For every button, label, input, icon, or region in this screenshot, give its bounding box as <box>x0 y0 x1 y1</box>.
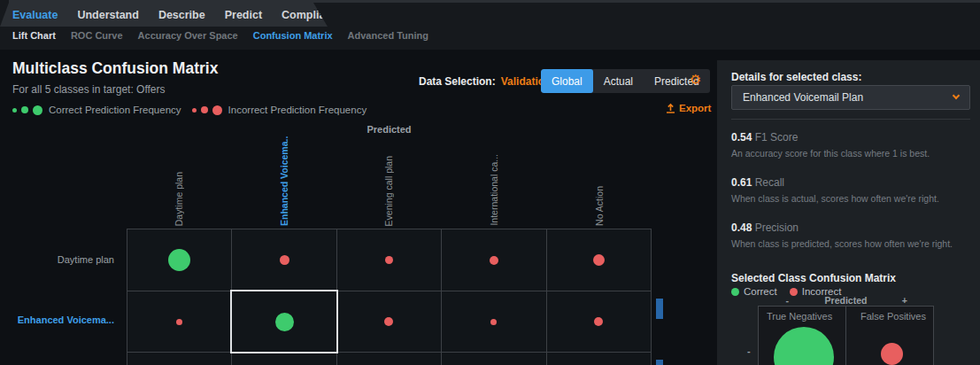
column-label-cell: Evening call plan <box>336 136 442 226</box>
metric-name: Recall <box>752 176 784 189</box>
matrix-cell-r2-c2[interactable] <box>337 353 441 365</box>
metric-f1-score: 0.54 F1 ScoreAn accuracy score for this … <box>731 131 972 159</box>
main-content: Multiclass Confusion Matrix For all 5 cl… <box>0 50 717 365</box>
correct-dot-icon <box>21 106 28 113</box>
nav-tab-evaluate[interactable]: Evaluate <box>12 9 58 21</box>
matrix-cell-r2-c1[interactable] <box>232 353 336 365</box>
incorrect-frequency-bubble <box>280 255 289 265</box>
metric-description: An accuracy score for this class where 1… <box>731 148 972 159</box>
scm-cell-false-positives[interactable]: False Positives <box>846 307 933 365</box>
matrix-cell-r0-c3[interactable] <box>442 229 545 291</box>
column-label-cell: Daytime plan <box>127 136 232 226</box>
row-frequency-bar-1 <box>656 360 663 365</box>
class-select-dropdown[interactable]: Enhanced Voicemail Plan <box>731 85 970 110</box>
column-label-international-ca[interactable]: International ca... <box>489 154 499 226</box>
matrix-column-labels: Daytime planEnhanced Voicema...Evening c… <box>127 136 652 226</box>
incorrect-dot-icon <box>201 106 208 113</box>
confusion-matrix-grid <box>127 229 652 365</box>
row-label-daytime-plan[interactable]: Daytime plan <box>0 229 121 290</box>
matrix-cell-r2-c0[interactable] <box>127 353 231 365</box>
subtab-advanced-tuning[interactable]: Advanced Tuning <box>348 30 428 41</box>
matrix-cell-r1-c2[interactable] <box>337 291 441 352</box>
incorrect-frequency-bubble <box>593 254 605 266</box>
incorrect-frequency-bubble <box>384 317 393 326</box>
column-label-enhanced-voicema[interactable]: Enhanced Voicema... <box>279 137 289 226</box>
selected-class-matrix-axis: - Predicted + <box>758 295 934 306</box>
metric-value: 0.54 <box>731 131 752 144</box>
export-label: Export <box>679 103 711 113</box>
column-label-cell: Enhanced Voicema... <box>232 136 337 226</box>
incorrect-frequency-bubble <box>490 319 497 325</box>
axis-plus: + <box>876 295 934 306</box>
gear-icon[interactable]: ⚙ <box>690 72 701 88</box>
incorrect-dot-icon <box>212 105 222 115</box>
matrix-cell-r0-c4[interactable] <box>547 229 651 291</box>
legend: Correct Prediction Frequency Incorrect P… <box>12 104 367 116</box>
export-button[interactable]: Export <box>666 103 711 113</box>
segment-global[interactable]: Global <box>541 69 593 93</box>
subtab-roc-curve[interactable]: ROC Curve <box>71 30 123 41</box>
divider <box>731 119 970 120</box>
incorrect-frequency-bubble <box>176 319 182 325</box>
metric-value-line: 0.48 Precision <box>731 221 972 234</box>
matrix-cell-r0-c0[interactable] <box>127 229 231 291</box>
row-label-partial <box>0 350 121 365</box>
segment-actual[interactable]: Actual <box>593 69 644 93</box>
details-panel: Details for selected class: Enhanced Voi… <box>717 60 980 365</box>
nav-tab-predict[interactable]: Predict <box>225 9 262 21</box>
matrix-cell-r0-c1[interactable] <box>232 229 336 291</box>
metric-value-line: 0.54 F1 Score <box>731 131 972 144</box>
correct-frequency-bubble <box>168 249 190 271</box>
matrix-cell-r1-c1[interactable] <box>232 291 336 352</box>
column-label-daytime-plan[interactable]: Daytime plan <box>174 172 184 226</box>
matrix-cell-r0-c2[interactable] <box>337 229 441 291</box>
export-icon <box>666 103 675 113</box>
page-title: Multiclass Confusion Matrix <box>12 59 218 78</box>
axis-predicted-label: Predicted <box>816 295 875 306</box>
metric-recall: 0.61 RecallWhen class is actual, scores … <box>731 176 972 204</box>
column-label-cell: International ca... <box>442 136 547 226</box>
column-label-cell: No Action <box>546 136 652 226</box>
incorrect-dot-icon <box>192 108 197 113</box>
incorrect-frequency-bubble <box>490 256 498 265</box>
metric-description: When class is actual, scores how often w… <box>731 193 972 204</box>
axis-row-minus: - <box>747 346 751 356</box>
nav-tab-understand[interactable]: Understand <box>77 9 138 21</box>
matrix-cell-r1-c0[interactable] <box>127 291 231 352</box>
subtab-accuracy-over-space[interactable]: Accuracy Over Space <box>138 30 238 41</box>
subtab-confusion-matrix[interactable]: Confusion Matrix <box>253 30 333 41</box>
metrics-list: 0.54 F1 ScoreAn accuracy score for this … <box>731 131 972 267</box>
subtab-lift-chart[interactable]: Lift Chart <box>12 30 56 41</box>
column-label-no-action[interactable]: No Action <box>594 186 605 226</box>
incorrect-frequency-bubble <box>385 256 393 264</box>
selected-class-matrix-title: Selected Class Confusion Matrix <box>731 272 896 284</box>
main-nav: EvaluateUnderstandDescribePredictComplia… <box>0 3 328 27</box>
incorrect-frequency-bubble <box>594 317 603 326</box>
metric-description: When class is predicted, scores how ofte… <box>731 238 972 249</box>
matrix-cell-r1-c3[interactable] <box>442 291 545 352</box>
correct-dot-icon <box>12 108 17 113</box>
incorrect-legend-label: Incorrect Prediction Frequency <box>228 105 367 115</box>
correct-dot-icon <box>33 105 42 115</box>
view-segmented-control: GlobalActualPredicted <box>541 69 710 93</box>
matrix-cell-r2-c4[interactable] <box>547 353 651 365</box>
class-select-value: Enhanced Voicemail Plan <box>743 91 947 104</box>
scm-cell-true-negatives[interactable]: True Negatives <box>759 307 845 365</box>
chevron-down-icon <box>953 92 960 99</box>
row-label-enhanced-voicema[interactable]: Enhanced Voicema... <box>0 290 121 350</box>
metric-value: 0.61 <box>731 176 752 189</box>
nav-tab-comments[interactable]: Comments <box>364 9 421 21</box>
column-label-evening-call-plan[interactable]: Evening call plan <box>383 156 394 226</box>
predicted-axis-label: Predicted <box>127 124 652 135</box>
scm-cell-label: False Positives <box>854 311 926 322</box>
incorrect-legend-dots <box>192 105 227 115</box>
axis-minus: - <box>758 295 816 306</box>
correct-legend-dots <box>12 105 47 115</box>
nav-tab-compliance[interactable]: Compliance <box>282 9 344 21</box>
matrix-cell-r2-c3[interactable] <box>442 353 545 365</box>
page-subtitle: For all 5 classes in target: Offers <box>12 83 166 96</box>
scm-cell-label: True Negatives <box>767 311 838 322</box>
nav-tab-describe[interactable]: Describe <box>158 9 205 21</box>
matrix-cell-r1-c4[interactable] <box>547 291 651 352</box>
top-bar <box>9 0 980 3</box>
